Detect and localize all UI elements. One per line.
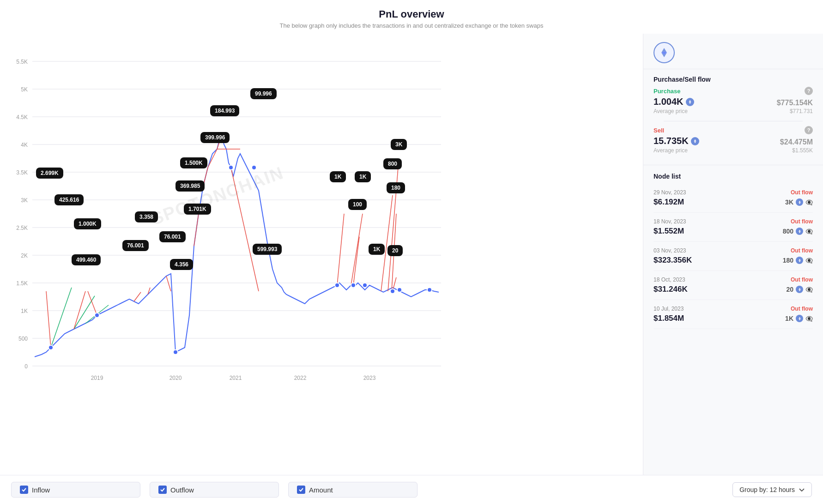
page-subtitle: The below graph only includes the transa… xyxy=(0,22,823,29)
node-eth: 3K 👁‍🗨 xyxy=(785,198,813,206)
svg-point-56 xyxy=(252,165,256,170)
node-flow-label: Out flow xyxy=(791,247,813,254)
svg-text:4K: 4K xyxy=(21,142,28,148)
svg-line-40 xyxy=(208,149,217,168)
node-usd: $1.552M xyxy=(654,227,684,236)
node-list[interactable]: 29 Nov, 2023 Out flow $6.192M 3K 👁‍🗨 xyxy=(643,184,823,475)
svg-point-59 xyxy=(363,283,367,288)
svg-line-45 xyxy=(351,214,363,285)
node-item: 03 Nov, 2023 Out flow $323.356K 180 👁‍🗨 xyxy=(654,242,813,271)
amount-label: Amount xyxy=(309,486,333,494)
node-usd: $1.854M xyxy=(654,314,684,323)
group-by-label: Group by: 12 hours xyxy=(739,486,795,493)
page-header: PnL overview The below graph only includ… xyxy=(0,0,823,34)
sell-avg: Average price $1.555K xyxy=(654,147,813,154)
node-visibility-toggle[interactable]: 👁‍🗨 xyxy=(805,315,813,322)
outflow-checkbox[interactable] xyxy=(158,486,167,494)
node-date: 03 Nov, 2023 xyxy=(654,247,686,254)
purchase-amount: 1.004K xyxy=(654,96,694,107)
svg-line-47 xyxy=(381,195,393,291)
svg-text:3K: 3K xyxy=(21,197,28,204)
right-panel: Purchase/Sell flow Purchase ? 1.004K xyxy=(643,34,823,475)
purchase-help-icon[interactable]: ? xyxy=(805,87,813,95)
svg-text:5.5K: 5.5K xyxy=(16,59,28,65)
sell-label: Sell ? xyxy=(654,126,813,134)
svg-text:2020: 2020 xyxy=(169,375,182,381)
svg-text:2022: 2022 xyxy=(294,375,307,381)
node-eth-badge xyxy=(796,228,803,235)
purchase-values: 1.004K $775.154K xyxy=(654,96,813,107)
node-visibility-toggle[interactable]: 👁‍🗨 xyxy=(805,257,813,264)
sell-usd: $24.475M xyxy=(780,138,813,146)
node-eth: 800 👁‍🗨 xyxy=(783,228,813,235)
svg-text:3.5K: 3.5K xyxy=(16,169,28,176)
node-flow-label: Out flow xyxy=(791,218,813,225)
purchase-eth-badge xyxy=(686,98,694,106)
svg-line-38 xyxy=(194,214,199,246)
purchase-sell-block: Purchase ? 1.004K $775.154K Avera xyxy=(643,87,823,160)
chevron-down-icon xyxy=(799,486,805,493)
node-eth: 1K 👁‍🗨 xyxy=(785,315,813,322)
svg-text:2019: 2019 xyxy=(91,375,103,381)
svg-line-43 xyxy=(231,168,259,291)
ethereum-logo xyxy=(659,47,670,58)
node-date: 29 Nov, 2023 xyxy=(654,189,686,196)
sell-help-icon[interactable]: ? xyxy=(805,126,813,134)
svg-text:2021: 2021 xyxy=(230,375,242,381)
svg-line-34 xyxy=(88,291,97,315)
node-eth-badge xyxy=(796,315,803,322)
purchase-avg: Average price $771.731 xyxy=(654,108,813,114)
svg-point-57 xyxy=(335,283,339,288)
chart-wrapper: 0 500 1K 1.5K 2K 2.5K 3K 3.5K 4K 4.5K 5K… xyxy=(5,38,643,398)
inflow-legend[interactable]: Inflow xyxy=(11,482,140,498)
svg-line-39 xyxy=(203,168,208,186)
svg-line-32 xyxy=(46,291,51,348)
outflow-legend[interactable]: Outflow xyxy=(150,482,279,498)
node-eth: 180 👁‍🗨 xyxy=(783,257,813,264)
node-eth: 20 👁‍🗨 xyxy=(786,286,813,293)
svg-point-60 xyxy=(390,289,395,294)
node-visibility-toggle[interactable]: 👁‍🗨 xyxy=(805,228,813,235)
svg-point-61 xyxy=(397,288,402,292)
svg-text:5K: 5K xyxy=(21,86,28,93)
node-usd: $31.246K xyxy=(654,285,688,294)
purchase-usd: $775.154K xyxy=(777,99,813,107)
svg-point-55 xyxy=(229,165,233,170)
svg-text:2K: 2K xyxy=(21,252,28,259)
chart-area: 0 500 1K 1.5K 2K 2.5K 3K 3.5K 4K 4.5K 5K… xyxy=(0,34,643,475)
divider-2 xyxy=(643,165,823,165)
group-by-dropdown[interactable]: Group by: 12 hours xyxy=(732,482,812,497)
divider-1 xyxy=(664,121,803,121)
sell-eth-badge xyxy=(691,137,699,145)
node-flow-label: Out flow xyxy=(791,276,813,283)
node-visibility-toggle[interactable]: 👁‍🗨 xyxy=(805,286,813,293)
eth-icon-row xyxy=(643,34,823,69)
bottom-bar: Inflow Outflow Amount Group by: 12 hours xyxy=(0,475,823,504)
node-item: 10 Jul, 2023 Out flow $1.854M 1K 👁‍🗨 xyxy=(654,300,813,329)
sell-values: 15.735K $24.475M xyxy=(654,136,813,146)
svg-text:1K: 1K xyxy=(21,308,28,314)
amount-legend[interactable]: Amount xyxy=(288,482,418,498)
node-item: 18 Oct, 2023 Out flow $31.246K 20 👁‍🗨 xyxy=(654,271,813,300)
node-usd: $6.192M xyxy=(654,198,684,207)
svg-point-62 xyxy=(427,288,432,292)
svg-line-37 xyxy=(166,276,171,291)
node-visibility-toggle[interactable]: 👁‍🗨 xyxy=(805,199,813,206)
svg-point-51 xyxy=(48,345,53,350)
inflow-checkbox[interactable] xyxy=(20,486,28,494)
svg-line-46 xyxy=(353,237,359,285)
svg-text:0: 0 xyxy=(24,363,28,370)
eth-icon xyxy=(654,42,675,63)
node-flow-label: Out flow xyxy=(791,189,813,196)
amount-checkbox[interactable] xyxy=(297,486,305,494)
svg-text:1.5K: 1.5K xyxy=(16,280,28,287)
svg-line-35 xyxy=(134,292,141,301)
page-title: PnL overview xyxy=(0,8,823,20)
sell-amount: 15.735K xyxy=(654,136,699,146)
node-item: 18 Nov, 2023 Out flow $1.552M 800 👁‍🗨 xyxy=(654,213,813,242)
purchase-label: Purchase ? xyxy=(654,87,813,95)
svg-point-52 xyxy=(95,313,99,318)
svg-text:2.5K: 2.5K xyxy=(16,225,28,231)
sell-row: Sell ? 15.735K $24.475M Average p xyxy=(654,126,813,154)
main-chart: 0 500 1K 1.5K 2K 2.5K 3K 3.5K 4K 4.5K 5K… xyxy=(5,38,457,394)
